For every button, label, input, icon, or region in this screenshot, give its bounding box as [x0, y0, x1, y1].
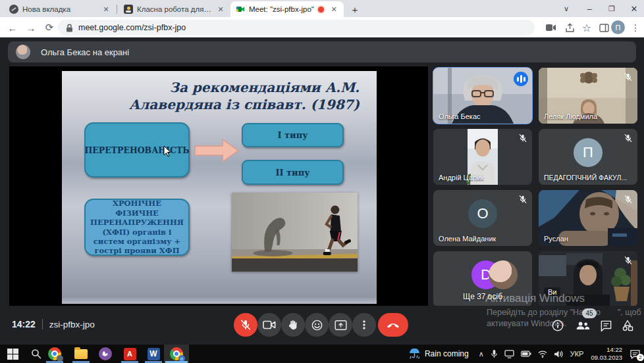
mic-off-icon	[623, 194, 633, 205]
mouse-cursor	[163, 145, 171, 157]
tab-close-icon[interactable]: ✕	[329, 5, 338, 14]
chat-button[interactable]	[599, 318, 613, 333]
chrome-icon	[48, 347, 61, 360]
taskbar-file-explorer[interactable]	[70, 345, 92, 363]
tab-recording-indicator	[318, 7, 324, 12]
slide-box-type2: ІІ типу	[242, 160, 344, 185]
lock-icon	[66, 24, 73, 32]
taskbar-word[interactable]: W	[142, 345, 165, 363]
windows-logo-icon	[7, 349, 18, 360]
tab-close-icon[interactable]: ✕	[101, 5, 111, 14]
presenter-avatar	[16, 45, 30, 59]
action-center-button[interactable]: 2	[630, 349, 641, 359]
site-favicon	[9, 5, 18, 14]
taskbar-clock[interactable]: 14:22 09.03.2023	[591, 346, 622, 362]
participant-count-badge: 45	[582, 308, 597, 318]
taskbar-viber[interactable]	[94, 345, 117, 363]
tray-chevron-icon[interactable]: ∧	[479, 350, 484, 358]
chrome-icon: n	[170, 347, 183, 360]
arrow-right-shape	[194, 137, 240, 164]
mic-off-icon	[623, 72, 633, 82]
url-text: meet.google.com/zsi-pfbx-jpo	[78, 23, 186, 32]
more-options-button[interactable]	[352, 313, 376, 337]
taskbar-chrome-1[interactable]	[43, 345, 66, 363]
raise-hand-button[interactable]	[281, 313, 305, 337]
participant-tile[interactable]: Руслан	[539, 190, 637, 246]
folder-icon	[74, 349, 88, 359]
tray-volume-icon[interactable]	[554, 350, 564, 358]
camera-toggle-button[interactable]	[257, 313, 281, 337]
participant-name: ПЕДАГОГІЧНИЙ ФАКУЛ...	[544, 174, 627, 182]
mic-off-icon	[239, 318, 252, 331]
participant-name: Олена Майданик	[439, 235, 496, 243]
windows-taskbar: A W n Rain coming ∧	[0, 345, 644, 363]
new-tab-button[interactable]: +	[348, 2, 362, 16]
participant-avatar: П	[574, 138, 603, 167]
smiley-icon	[311, 319, 323, 331]
shared-screen-region[interactable]: За рекомендаціями А.М. Алавердяна із спі…	[9, 66, 428, 306]
divider	[42, 319, 43, 329]
participant-tile[interactable]: Ольга Бекас	[433, 68, 532, 124]
tray-mic-icon[interactable]	[491, 349, 498, 358]
more-vert-icon	[359, 320, 369, 330]
slide-title: За рекомендаціями А.М. Алавердяна із спі…	[88, 79, 360, 113]
activities-button[interactable]	[620, 318, 635, 333]
system-tray: Rain coming ∧ УКР 14:22 09.03.2023	[409, 345, 644, 363]
side-panel-icon[interactable]	[597, 20, 611, 35]
tab-search-chevron-icon[interactable]: ∨	[555, 0, 577, 17]
mic-off-icon	[518, 133, 528, 143]
classroom-favicon	[124, 5, 133, 14]
participant-tile[interactable]: П ПЕДАГОГІЧНИЙ ФАКУЛ...	[539, 129, 637, 185]
reload-icon[interactable]: ⟳	[42, 20, 57, 35]
mic-toggle-button[interactable]	[234, 313, 257, 337]
meet-favicon	[236, 5, 245, 14]
tab-title: Класна робота для курсу "Фізіо	[137, 5, 212, 13]
people-icon	[576, 320, 590, 331]
meeting-code: zsi-pfbx-jpo	[49, 320, 95, 329]
bookmark-star-icon[interactable]: ☆	[579, 20, 594, 35]
tab-close-icon[interactable]: ✕	[216, 5, 225, 14]
window-restore-button[interactable]: ❐	[601, 0, 623, 17]
participant-tile[interactable]: Леляк Людмила	[539, 68, 637, 124]
notification-count-badge: 2	[637, 354, 644, 361]
tray-display-icon[interactable]	[504, 350, 514, 358]
viber-icon	[99, 347, 112, 360]
hand-icon	[287, 319, 299, 331]
tab-classroom[interactable]: Класна робота для курсу "Фізіо ✕	[119, 1, 230, 17]
start-button[interactable]	[1, 345, 24, 363]
present-button[interactable]	[329, 313, 352, 337]
participant-avatar: О	[468, 199, 497, 228]
participant-tile[interactable]: Андрій Царик	[433, 129, 532, 185]
clock-date: 09.03.2023	[591, 354, 622, 362]
activities-icon	[621, 319, 634, 332]
weather-label: Rain coming	[425, 349, 469, 358]
forward-icon[interactable]: →	[24, 20, 38, 35]
media-camera-icon[interactable]	[544, 20, 558, 35]
language-indicator[interactable]: УКР	[570, 350, 584, 358]
tab-title: Нова вкладка	[22, 5, 97, 13]
tab-meet-active[interactable]: Meet: "zsi-pfbx-jpo" ✕	[230, 1, 344, 17]
slide-box-type1: І типу	[242, 123, 344, 147]
taskbar-weather[interactable]: Rain coming	[409, 349, 469, 359]
windows-activation-line2: Перейдіть до розділу "Настро", щоб	[487, 308, 641, 317]
window-minimize-button[interactable]: –	[578, 0, 601, 17]
participants-button[interactable]	[576, 318, 590, 333]
slide-box-chronic: ХРОНІЧНЕ ФІЗИЧНЕ ПЕРЕНАПРУЖЕННЯ (ХФП) ор…	[84, 199, 190, 256]
participant-avatar-photo	[489, 260, 518, 289]
tab-new-tab[interactable]: Нова вкладка ✕	[4, 1, 116, 17]
participant-tile[interactable]: О Олена Майданик	[433, 190, 532, 246]
taskbar-chrome-active[interactable]: n	[164, 345, 189, 363]
window-close-button[interactable]: ✕	[623, 0, 644, 17]
tab-separator	[117, 5, 117, 14]
browser-profile-avatar[interactable]: П	[611, 20, 625, 34]
tray-battery-icon[interactable]	[521, 351, 531, 357]
back-icon[interactable]: ←	[5, 20, 20, 35]
taskbar-acrobat[interactable]: A	[119, 345, 141, 363]
word-icon: W	[148, 348, 160, 360]
share-icon[interactable]	[562, 20, 577, 35]
tray-network-icon[interactable]	[538, 350, 547, 358]
browser-menu-icon[interactable]: ⋮	[628, 20, 643, 35]
end-call-button[interactable]	[378, 313, 408, 337]
address-bar[interactable]: meet.google.com/zsi-pfbx-jpo	[58, 20, 535, 36]
reactions-button[interactable]	[305, 313, 329, 337]
